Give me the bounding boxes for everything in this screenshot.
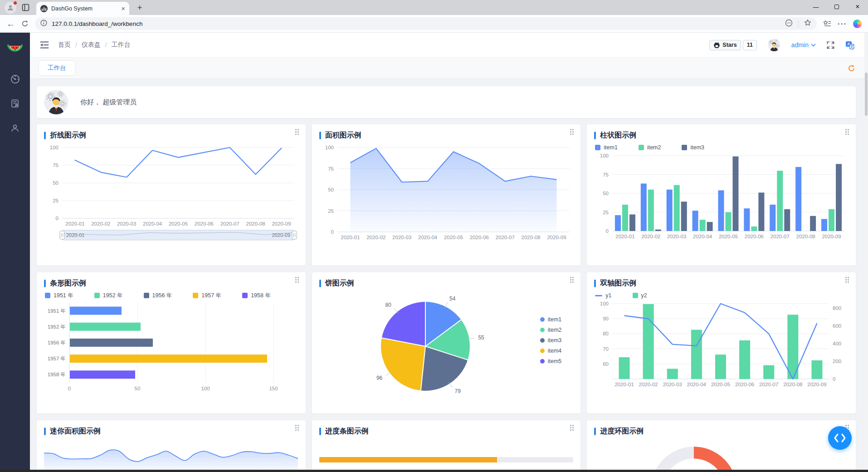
breadcrumb-home[interactable]: 首页 <box>58 41 71 49</box>
legend-item[interactable]: 1958 年 <box>242 292 271 300</box>
user-menu[interactable]: admin <box>791 41 816 49</box>
legend-item[interactable]: 1956 年 <box>144 292 172 300</box>
drag-handle-icon[interactable] <box>845 129 850 136</box>
github-icon <box>713 42 720 49</box>
line-chart[interactable]: 02550751002020-012020-022020-032020-0420… <box>44 143 298 247</box>
watermelon-logo-icon[interactable] <box>7 40 23 55</box>
tab-workspaces-icon[interactable] <box>21 3 30 12</box>
hbar-chart[interactable]: 0501001501951 年1952 年1956 年1957 年1958 年 <box>44 301 298 393</box>
legend-item[interactable]: 1952 年 <box>94 292 123 300</box>
browser-tab[interactable]: DashGo System × <box>36 2 129 15</box>
drag-handle-icon[interactable] <box>570 277 575 284</box>
svg-text:2020-09: 2020-09 <box>808 382 827 387</box>
svg-text:2020-02: 2020-02 <box>91 221 110 226</box>
github-stars-badge[interactable]: Stars 11 <box>709 40 757 50</box>
drag-handle-icon[interactable] <box>295 277 300 284</box>
progress-bar-card: 进度条图示例 <box>312 420 581 470</box>
back-icon[interactable]: ← <box>6 20 15 28</box>
bar-chart[interactable]: 02550751002020-012020-022020-032020-0420… <box>594 153 848 246</box>
hbar-canvas: 0501001501951 年1952 年1956 年1957 年1958 年 <box>44 301 298 393</box>
breadcrumb-dashboard[interactable]: 仪表盘 <box>82 41 101 49</box>
page-switch-button[interactable] <box>828 426 852 450</box>
browser-tab-strip: DashGo System × + — × <box>0 0 868 15</box>
tag-workbench[interactable]: 工作台 <box>39 60 75 76</box>
svg-text:2020-01: 2020-01 <box>66 232 84 238</box>
sidebar-item-users[interactable] <box>5 118 25 138</box>
drag-handle-icon[interactable] <box>295 425 300 432</box>
legend-item[interactable]: item3 <box>540 337 562 344</box>
sidebar-item-forms[interactable] <box>5 93 25 113</box>
drag-handle-icon[interactable] <box>295 129 300 136</box>
svg-text:1958 年: 1958 年 <box>48 372 66 377</box>
svg-text:2020-03: 2020-03 <box>663 382 682 387</box>
datazoom-handle[interactable] <box>60 231 64 239</box>
svg-text:2020-06: 2020-06 <box>735 382 754 387</box>
legend-item[interactable]: item3 <box>682 144 704 151</box>
svg-text:50: 50 <box>135 386 141 391</box>
tags-refresh-icon[interactable] <box>848 64 855 72</box>
window-minimize-icon[interactable]: — <box>805 0 826 14</box>
svg-text:2020-03: 2020-03 <box>392 235 411 240</box>
copilot-icon[interactable] <box>853 20 862 28</box>
user-avatar[interactable] <box>768 39 780 51</box>
area-canvas: 02550751002020-012020-022020-032020-0420… <box>319 143 573 246</box>
svg-text:1956 年: 1956 年 <box>48 340 66 345</box>
svg-text:2020-01: 2020-01 <box>341 235 360 240</box>
svg-text:2020-09: 2020-09 <box>272 232 290 238</box>
progress-ring <box>651 447 737 470</box>
new-tab-button[interactable]: + <box>134 2 146 14</box>
legend-item[interactable]: 1951 年 <box>45 292 73 300</box>
scrollbar-thumb[interactable] <box>865 73 868 116</box>
page-actions-icon[interactable] <box>785 19 793 29</box>
url-bar[interactable]: 127.0.0.1/dashboard_/workbench <box>35 17 817 30</box>
tags-bar: 工作台 <box>30 57 864 79</box>
drag-handle-icon[interactable] <box>570 129 575 136</box>
refresh-icon[interactable] <box>21 20 29 27</box>
svg-text:800: 800 <box>833 305 841 311</box>
svg-text:2020-06: 2020-06 <box>745 234 764 239</box>
window-maximize-icon[interactable] <box>826 0 847 14</box>
translate-icon[interactable]: A 文 <box>845 41 854 49</box>
area-chart[interactable]: 02550751002020-012020-022020-032020-0420… <box>319 143 574 246</box>
svg-text:75: 75 <box>328 166 334 172</box>
menu-fold-icon[interactable] <box>40 41 49 49</box>
browser-menu-icon[interactable]: ··· <box>838 20 847 28</box>
card-title: 进度环图示例 <box>600 427 644 436</box>
svg-text:50: 50 <box>53 180 59 186</box>
tab-close-icon[interactable]: × <box>121 5 125 12</box>
legend-item[interactable]: y1 <box>595 292 611 299</box>
svg-text:0: 0 <box>833 376 835 382</box>
svg-text:2020-01: 2020-01 <box>616 234 635 239</box>
svg-text:2020-07: 2020-07 <box>495 235 514 240</box>
datazoom-handle[interactable] <box>292 231 297 239</box>
breadcrumb-workbench[interactable]: 工作台 <box>112 41 131 49</box>
legend-item[interactable]: item4 <box>540 348 562 354</box>
browser-scrollbar[interactable] <box>864 33 868 470</box>
svg-text:2020-06: 2020-06 <box>195 221 214 226</box>
line-canvas: 02550751002020-012020-022020-032020-0420… <box>44 143 298 247</box>
legend-item[interactable]: item1 <box>540 316 562 323</box>
greeting-avatar <box>44 90 68 114</box>
legend-item[interactable]: item1 <box>595 144 618 151</box>
browser-profile-button[interactable] <box>5 2 16 14</box>
pie-chart[interactable]: 5455799680item1item2item3item4item5 <box>319 291 574 404</box>
line-chart-card: 折线图示例 02550751002020-012020-022020-03202… <box>37 124 306 266</box>
fullscreen-icon[interactable] <box>827 41 834 49</box>
bookmark-star-icon[interactable] <box>804 19 811 28</box>
drag-handle-icon[interactable] <box>845 277 850 284</box>
sidebar-item-dashboard[interactable] <box>5 69 25 89</box>
svg-text:2020-02: 2020-02 <box>639 382 658 387</box>
dual-axis-chart-card: 双轴图示例 y1y2 6070809010002004006008002020-… <box>587 272 856 413</box>
legend-item[interactable]: 1957 年 <box>193 292 221 300</box>
legend-item[interactable]: item2 <box>540 327 562 333</box>
svg-text:60: 60 <box>603 361 609 367</box>
site-info-icon[interactable] <box>40 20 47 28</box>
window-close-icon[interactable]: × <box>847 0 868 14</box>
favorites-bar-icon[interactable] <box>823 20 831 27</box>
legend-item[interactable]: item5 <box>540 358 562 364</box>
legend-item[interactable]: item2 <box>639 144 661 151</box>
drag-handle-icon[interactable] <box>570 425 575 432</box>
legend-item[interactable]: y2 <box>633 292 647 299</box>
mini-area-chart[interactable] <box>44 439 298 470</box>
dual-axis-chart[interactable]: 6070809010002004006008002020-012020-0220… <box>594 301 848 393</box>
